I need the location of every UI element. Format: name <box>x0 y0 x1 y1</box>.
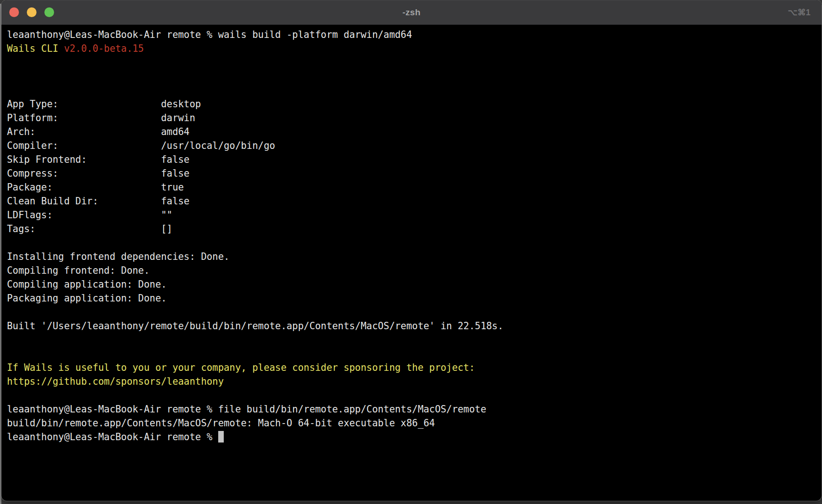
terminal-line: Clean Build Dir: false <box>7 194 822 208</box>
window-title: -zsh <box>1 7 822 18</box>
terminal-line <box>7 347 822 361</box>
terminal-line: Package: true <box>7 180 822 194</box>
wails-version: v2.0.0-beta.15 <box>64 43 144 54</box>
terminal-line: leaanthony@Leas-MacBook-Air remote % wai… <box>7 28 822 42</box>
terminal-window: -zsh ⌥⌘1 leaanthony@Leas-MacBook-Air rem… <box>1 0 822 501</box>
config-row: LDFlags: "" <box>7 209 172 221</box>
terminal-line: Packaging application: Done. <box>7 291 822 305</box>
terminal-line: Built '/Users/leaanthony/remote/build/bi… <box>7 319 822 333</box>
prompt-command-file: leaanthony@Leas-MacBook-Air remote % fil… <box>7 404 486 415</box>
terminal-cursor <box>218 431 224 443</box>
config-row: App Type: desktop <box>7 98 201 110</box>
terminal-line: Tags: [] <box>7 222 822 236</box>
status-packaging-application: Packaging application: Done. <box>7 293 167 304</box>
terminal-line: Skip Frontend: false <box>7 153 822 166</box>
terminal-line: Compress: false <box>7 166 822 180</box>
window-shortcut-badge: ⌥⌘1 <box>788 7 810 18</box>
terminal-line: If Wails is useful to you or your compan… <box>7 361 822 375</box>
sponsor-url[interactable]: https://github.com/sponsors/leaanthony <box>7 376 224 387</box>
sponsor-message: If Wails is useful to you or your compan… <box>7 362 475 373</box>
close-button[interactable] <box>9 7 19 17</box>
terminal-line <box>7 388 822 402</box>
traffic-lights <box>1 7 54 17</box>
config-row: Clean Build Dir: false <box>7 196 190 207</box>
build-result: Built '/Users/leaanthony/remote/build/bi… <box>7 320 503 332</box>
terminal-line: Compiler: /usr/local/go/bin/go <box>7 139 822 153</box>
terminal-line: https://github.com/sponsors/leaanthony <box>7 375 822 388</box>
prompt-command-wails-build: leaanthony@Leas-MacBook-Air remote % wai… <box>7 29 412 40</box>
terminal-line: Wails CLI v2.0.0-beta.15 <box>7 42 822 55</box>
terminal-line <box>7 83 822 97</box>
window-titlebar[interactable]: -zsh ⌥⌘1 <box>1 0 822 25</box>
terminal-line: Installing frontend dependencies: Done. <box>7 250 822 264</box>
minimize-button[interactable] <box>27 7 37 17</box>
status-installing-frontend: Installing frontend dependencies: Done. <box>7 251 229 262</box>
terminal-line <box>7 236 822 250</box>
terminal-line: Compiling application: Done. <box>7 277 822 291</box>
terminal-line: build/bin/remote.app/Contents/MacOS/remo… <box>7 416 822 430</box>
terminal-line <box>7 305 822 319</box>
file-command-output: build/bin/remote.app/Contents/MacOS/remo… <box>7 418 435 429</box>
terminal-line <box>7 333 822 347</box>
zoom-button[interactable] <box>44 7 54 17</box>
terminal-line: Compiling frontend: Done. <box>7 264 822 277</box>
terminal-line <box>7 69 822 83</box>
terminal-line: leaanthony@Leas-MacBook-Air remote % <box>7 430 822 444</box>
config-row: Package: true <box>7 182 184 193</box>
prompt-current: leaanthony@Leas-MacBook-Air remote % <box>7 431 218 443</box>
config-row: Tags: [] <box>7 223 172 234</box>
terminal-line: leaanthony@Leas-MacBook-Air remote % fil… <box>7 402 822 416</box>
config-row: Platform: darwin <box>7 112 195 123</box>
config-row: Skip Frontend: false <box>7 154 190 165</box>
config-row: Compiler: /usr/local/go/bin/go <box>7 140 275 151</box>
wails-cli-label: Wails CLI <box>7 43 64 54</box>
terminal-line: Platform: darwin <box>7 111 822 125</box>
status-compiling-frontend: Compiling frontend: Done. <box>7 265 150 276</box>
config-row: Arch: amd64 <box>7 126 190 137</box>
terminal-output[interactable]: leaanthony@Leas-MacBook-Air remote % wai… <box>1 25 822 444</box>
terminal-line <box>7 55 822 69</box>
status-compiling-application: Compiling application: Done. <box>7 279 167 290</box>
terminal-line: App Type: desktop <box>7 97 822 111</box>
terminal-line: LDFlags: "" <box>7 208 822 222</box>
terminal-line: Arch: amd64 <box>7 125 822 139</box>
config-row: Compress: false <box>7 168 190 179</box>
